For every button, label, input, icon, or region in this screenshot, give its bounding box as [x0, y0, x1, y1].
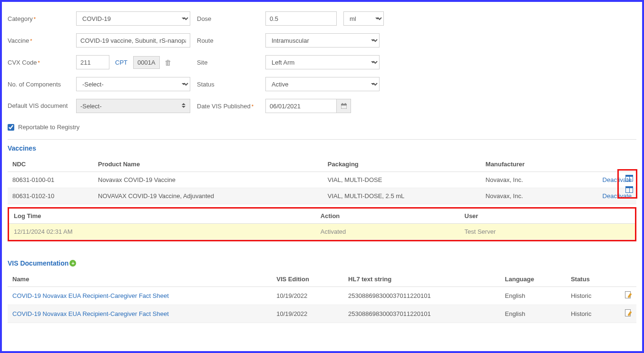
site-label: Site	[197, 59, 259, 66]
vaccines-section-title: Vaccines	[8, 144, 636, 152]
date-published-label: Date VIS Published*	[197, 103, 259, 110]
grid-icon[interactable]	[625, 175, 633, 181]
vis-doc-link[interactable]: COVID-19 Novavax EUA Recipient-Caregiver…	[12, 310, 169, 317]
col-vis-name: Name	[8, 272, 272, 287]
cvx-label: CVX Code*	[8, 59, 69, 66]
cpt-button[interactable]: CPT	[114, 57, 128, 68]
col-packaging: Packaging	[323, 157, 481, 172]
table-row: 80631-0100-01 Novavax COVID-19 Vaccine V…	[8, 172, 636, 188]
dose-input[interactable]	[265, 11, 337, 26]
vaccines-table: NDC Product Name Packaging Manufacturer …	[8, 157, 636, 204]
grid-icon[interactable]	[625, 186, 633, 193]
log-highlight-box: Log Time Action User 12/11/2024 02:31 AM…	[8, 207, 636, 241]
svg-rect-3	[345, 103, 346, 105]
date-published-input[interactable]	[265, 99, 337, 113]
col-vis-hl7: HL7 text string	[343, 272, 500, 287]
col-manufacturer: Manufacturer	[481, 157, 570, 172]
site-select[interactable]: Left Arm	[265, 55, 380, 69]
col-log-time: Log Time	[9, 209, 316, 224]
vis-table: Name VIS Edition HL7 text string Languag…	[8, 272, 636, 323]
vaccine-input[interactable]	[76, 33, 190, 48]
grid-icons-highlight	[617, 169, 637, 199]
route-select[interactable]: Intramuscular	[265, 33, 380, 48]
table-row: 80631-0102-10 NOVAVAX COVID-19 Vaccine, …	[8, 188, 636, 204]
svg-rect-1	[341, 104, 347, 105]
components-label: No. of Components	[8, 81, 69, 88]
reportable-checkbox[interactable]	[8, 124, 14, 131]
table-row: COVID-19 Novavax EUA Recipient-Caregiver…	[8, 305, 636, 323]
cpt-code-display: 0001A	[133, 56, 160, 69]
vis-section-title: VIS Documentation +	[8, 259, 636, 267]
calendar-icon[interactable]	[337, 99, 351, 113]
route-label: Route	[197, 37, 259, 44]
default-vis-select[interactable]: -Select-	[76, 99, 190, 113]
status-select[interactable]: Active	[265, 77, 380, 91]
category-select[interactable]: COVID-19	[76, 11, 190, 26]
status-label: Status	[197, 81, 259, 88]
edit-icon[interactable]	[625, 309, 632, 317]
svg-rect-2	[342, 103, 343, 105]
col-ndc: NDC	[8, 157, 93, 172]
default-vis-label: Default VIS document	[8, 102, 69, 110]
components-select[interactable]: -Select-	[76, 77, 190, 91]
edit-icon[interactable]	[625, 291, 632, 299]
col-vis-lang: Language	[500, 272, 566, 287]
vaccine-label: Vaccine*	[8, 37, 69, 44]
dose-label: Dose	[197, 15, 259, 22]
category-label: Category*	[8, 15, 69, 22]
col-log-user: User	[460, 209, 635, 224]
col-vis-edition: VIS Edition	[272, 272, 343, 287]
log-row: 12/11/2024 02:31 AM Activated Test Serve…	[9, 224, 635, 240]
vaccine-form: Category* COVID-19 Dose ml Vaccine* Rout…	[8, 11, 636, 113]
cvx-input[interactable]	[76, 55, 109, 69]
add-icon[interactable]: +	[69, 260, 76, 267]
trash-icon[interactable]: 🗑	[165, 58, 172, 67]
vis-doc-link[interactable]: COVID-19 Novavax EUA Recipient-Caregiver…	[12, 292, 169, 299]
col-log-action: Action	[316, 209, 460, 224]
dose-unit-select[interactable]: ml	[343, 11, 384, 26]
col-vis-status: Status	[566, 272, 617, 287]
col-product: Product Name	[93, 157, 323, 172]
reportable-label: Reportable to Registry	[18, 124, 79, 131]
table-row: COVID-19 Novavax EUA Recipient-Caregiver…	[8, 287, 636, 305]
